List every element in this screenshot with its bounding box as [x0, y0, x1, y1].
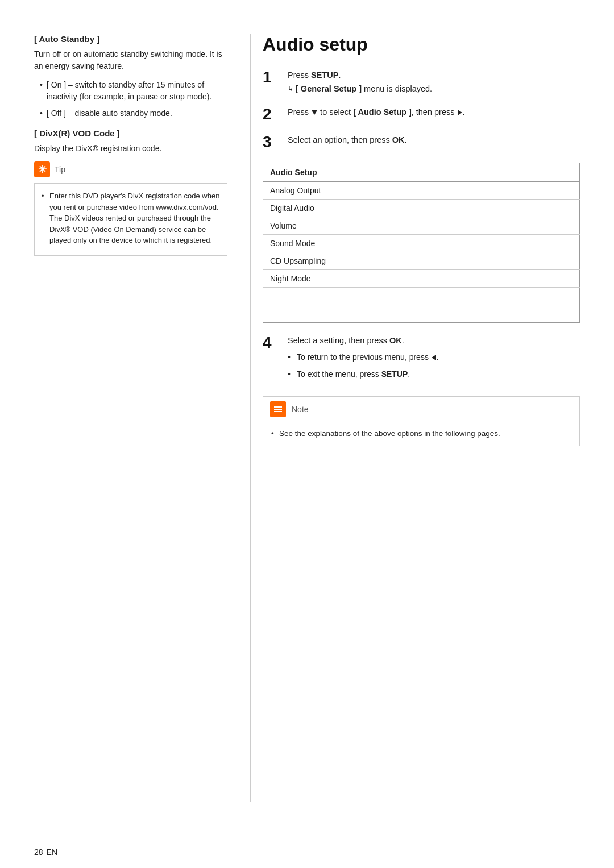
note-text: See the explanations of the above option…	[271, 428, 571, 439]
step-2-number: 2	[263, 106, 280, 123]
step4-bullets: To return to the previous menu, press . …	[288, 351, 580, 380]
page-lang: EN	[47, 848, 57, 857]
step-2: 2 Press to select [ Audio Setup ], then …	[263, 106, 580, 123]
page-number: 28	[34, 848, 43, 857]
auto-standby-body: Turn off or on automatic standby switchi…	[34, 48, 227, 72]
table-header: Audio Setup	[263, 163, 580, 181]
left-column: [ Auto Standby ] Turn off or on automati…	[34, 34, 250, 802]
note-box: Note See the explanations of the above o…	[263, 396, 580, 446]
tip-content: Enter this DVD player's DivX registratio…	[34, 183, 227, 256]
table-cell-empty-1	[263, 287, 437, 305]
step-3: 3 Select an option, then press OK.	[263, 134, 580, 151]
step4-bullet-exit: To exit the menu, press SETUP.	[288, 368, 580, 381]
step-2-content: Press to select [ Audio Setup ], then pr…	[288, 106, 580, 118]
page-footer: 28 EN	[0, 836, 614, 868]
bullet-on: [ On ] – switch to standby after 15 minu…	[40, 79, 227, 103]
step-1-number: 1	[263, 69, 280, 86]
step-1: 1 Press SETUP. ↳ [ General Setup ] menu …	[263, 69, 580, 95]
audio-setup-table: Audio Setup Analog Output Digital Audio …	[263, 163, 580, 323]
tip-icon: ✳	[34, 161, 50, 177]
bullet-off: [ Off ] – disable auto standby mode.	[40, 107, 227, 119]
step4-bullet-return: To return to the previous menu, press .	[288, 351, 580, 364]
table-row: CD Upsampling	[263, 252, 580, 269]
table-cell-sound-mode-val	[437, 234, 580, 252]
note-label: Note	[292, 405, 309, 414]
table-cell-night-mode: Night Mode	[263, 269, 437, 287]
step-1-content: Press SETUP. ↳ [ General Setup ] menu is…	[288, 69, 580, 95]
step-4: 4 Select a setting, then press OK. To re…	[263, 334, 580, 385]
auto-standby-bullets: [ On ] – switch to standby after 15 minu…	[34, 79, 227, 119]
divx-vod-body: Display the DivX® registration code.	[34, 143, 227, 155]
table-cell-volume-val	[437, 217, 580, 234]
table-cell-empty-2-val	[437, 305, 580, 322]
table-cell-night-mode-val	[437, 269, 580, 287]
table-row: Sound Mode	[263, 234, 580, 252]
table-cell-empty-2	[263, 305, 437, 322]
table-row: Volume	[263, 217, 580, 234]
step-3-number: 3	[263, 134, 280, 151]
steps-list: 1 Press SETUP. ↳ [ General Setup ] menu …	[263, 69, 580, 151]
table-cell-analog-output-val	[437, 181, 580, 199]
table-cell-sound-mode: Sound Mode	[263, 234, 437, 252]
table-cell-analog-output: Analog Output	[263, 181, 437, 199]
note-icon	[270, 401, 286, 417]
step-3-content: Select an option, then press OK.	[288, 134, 580, 146]
table-row: Analog Output	[263, 181, 580, 199]
table-cell-empty-1-val	[437, 287, 580, 305]
table-row	[263, 305, 580, 322]
table-cell-volume: Volume	[263, 217, 437, 234]
right-column: Audio setup 1 Press SETUP. ↳ [ General S…	[250, 34, 580, 802]
tip-label: Tip	[55, 165, 65, 174]
page-title: Audio setup	[263, 34, 580, 55]
step-4-content: Select a setting, then press OK. To retu…	[288, 334, 580, 385]
table-row: Digital Audio	[263, 199, 580, 217]
table-cell-cd-upsampling-val	[437, 252, 580, 269]
note-header: Note	[263, 397, 579, 422]
table-cell-digital-audio-val	[437, 199, 580, 217]
note-content: See the explanations of the above option…	[263, 422, 579, 445]
tip-header: ✳ Tip	[34, 161, 227, 177]
table-row: Night Mode	[263, 269, 580, 287]
table-row	[263, 287, 580, 305]
tip-box: ✳ Tip Enter this DVD player's DivX regis…	[34, 161, 227, 256]
table-cell-digital-audio: Digital Audio	[263, 199, 437, 217]
table-cell-cd-upsampling: CD Upsampling	[263, 252, 437, 269]
auto-standby-heading: [ Auto Standby ]	[34, 34, 227, 44]
tip-text: Enter this DVD player's DivX registratio…	[42, 190, 220, 246]
divx-vod-heading: [ DivX(R) VOD Code ]	[34, 128, 227, 138]
step-4-number: 4	[263, 334, 280, 352]
